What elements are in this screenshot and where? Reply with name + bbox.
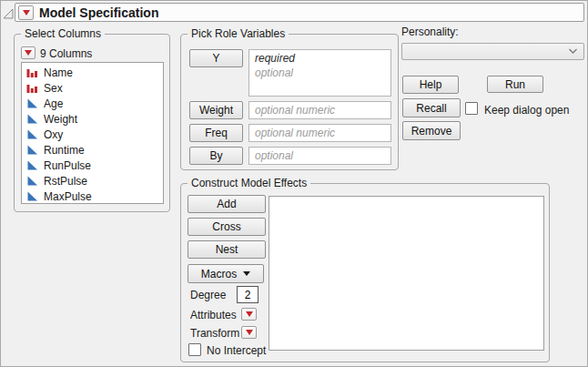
no-intercept-label[interactable]: No Intercept (207, 344, 266, 357)
pick-role-variables-group: Pick Role Variables Y required optional … (180, 34, 399, 170)
column-name: MaxPulse (44, 190, 92, 203)
personality-label: Personality: (401, 25, 459, 38)
y-optional-placeholder: optional (255, 66, 385, 80)
freq-placeholder: optional numeric (255, 126, 385, 140)
model-specification-dialog: Model Specification Select Columns 9 Col… (0, 0, 588, 367)
page-title: Model Specification (39, 5, 158, 20)
continuous-column-icon (26, 175, 39, 187)
column-name: Weight (44, 113, 77, 126)
list-item[interactable]: RunPulse (22, 158, 163, 173)
column-name: Name (44, 66, 73, 79)
no-intercept-checkbox[interactable] (188, 343, 201, 356)
recall-button[interactable]: Recall (402, 98, 461, 117)
column-name: Oxy (44, 128, 63, 141)
degree-label: Degree (190, 289, 226, 301)
list-item[interactable]: Oxy (22, 127, 163, 142)
by-role-button[interactable]: By (189, 147, 243, 165)
continuous-column-icon (26, 159, 39, 171)
list-item[interactable]: Sex (22, 80, 163, 96)
continuous-column-icon (26, 128, 39, 140)
select-columns-group: Select Columns 9 Columns Name Sex Age We… (14, 34, 170, 212)
dropdown-triangle-icon (243, 271, 250, 276)
column-name: RstPulse (44, 175, 87, 188)
run-button[interactable]: Run (487, 76, 543, 93)
continuous-column-icon (26, 97, 39, 109)
nominal-column-icon (26, 66, 39, 78)
keep-dialog-open-checkbox[interactable] (465, 102, 478, 115)
macros-menu-button[interactable]: Macros (188, 264, 264, 283)
cross-button[interactable]: Cross (188, 218, 266, 236)
column-name: Age (44, 97, 63, 110)
y-required-placeholder: required (255, 51, 385, 66)
columns-filter-menu-button[interactable] (21, 46, 35, 59)
weight-role-dropzone[interactable]: optional numeric (248, 101, 391, 119)
help-button[interactable]: Help (402, 76, 459, 94)
red-triangle-icon (23, 10, 30, 15)
transform-menu-button[interactable] (241, 326, 257, 339)
personality-select[interactable] (401, 43, 584, 60)
attributes-label: Attributes (190, 309, 237, 321)
column-name: Sex (44, 82, 63, 95)
select-columns-group-label: Select Columns (21, 27, 105, 40)
freq-role-dropzone[interactable]: optional numeric (248, 124, 391, 142)
nest-button[interactable]: Nest (188, 240, 266, 259)
list-item[interactable]: Name (22, 65, 163, 80)
list-item[interactable]: Weight (22, 111, 163, 127)
list-item[interactable]: Runtime (22, 142, 163, 158)
construct-model-effects-group: Construct Model Effects Add Cross Nest M… (180, 183, 550, 362)
by-placeholder: optional (255, 148, 385, 163)
weight-role-button[interactable]: Weight (189, 101, 243, 119)
model-effects-list[interactable] (269, 196, 544, 351)
transform-label: Transform (190, 327, 239, 340)
macros-label: Macros (201, 268, 237, 280)
remove-button[interactable]: Remove (402, 121, 461, 140)
outline-header: Model Specification (15, 3, 584, 22)
red-triangle-icon (25, 50, 32, 56)
red-triangle-icon (246, 330, 253, 335)
weight-placeholder: optional numeric (255, 103, 385, 117)
continuous-column-icon (26, 113, 39, 125)
list-item[interactable]: MaxPulse (22, 189, 163, 204)
attributes-menu-button[interactable] (241, 308, 257, 321)
chevron-down-icon (568, 48, 578, 55)
construct-model-effects-group-label: Construct Model Effects (188, 177, 310, 189)
column-name: Runtime (44, 144, 85, 157)
y-role-button[interactable]: Y (189, 49, 243, 67)
list-item[interactable]: Age (22, 96, 163, 111)
keep-dialog-open-label[interactable]: Keep dialog open (484, 104, 569, 117)
y-role-dropzone[interactable]: required optional (248, 49, 391, 97)
columns-count-label[interactable]: 9 Columns (40, 47, 92, 60)
disclosure-open-icon[interactable] (3, 6, 14, 17)
list-item[interactable]: RstPulse (22, 173, 163, 189)
columns-list[interactable]: Name Sex Age Weight Oxy Runtime (21, 62, 164, 204)
pick-role-variables-group-label: Pick Role Variables (188, 27, 289, 40)
red-triangle-menu-button[interactable] (18, 5, 34, 20)
continuous-column-icon (26, 144, 39, 156)
by-role-dropzone[interactable]: optional (248, 147, 391, 165)
nominal-column-icon (26, 82, 39, 94)
red-triangle-icon (246, 311, 253, 317)
add-button[interactable]: Add (188, 195, 266, 213)
freq-role-button[interactable]: Freq (189, 124, 243, 142)
continuous-column-icon (26, 190, 39, 202)
degree-input[interactable] (237, 286, 259, 303)
column-name: RunPulse (44, 159, 91, 172)
